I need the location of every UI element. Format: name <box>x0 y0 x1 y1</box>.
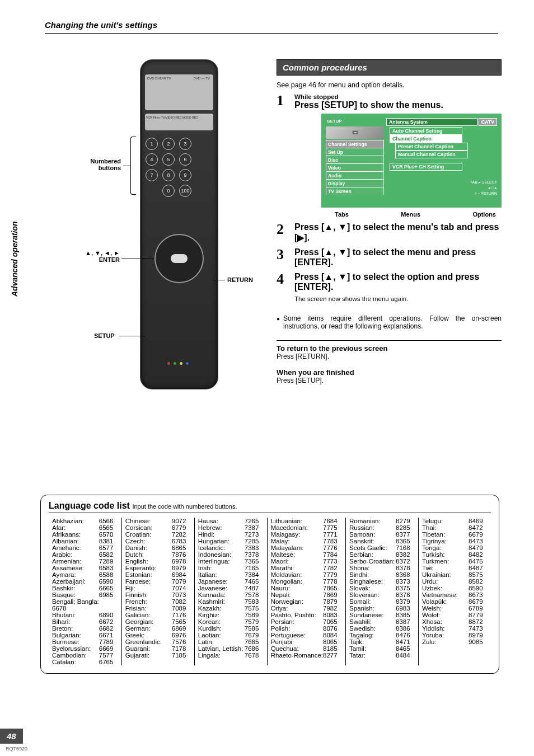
language-code: 7583 <box>245 598 264 605</box>
language-name: Estonian: <box>125 571 172 578</box>
language-code: 7778 <box>323 578 342 585</box>
language-name: Byelorussian: <box>52 645 99 652</box>
language-name: Telugu: <box>422 518 469 524</box>
language-name: Afar: <box>52 524 99 531</box>
language-name: Kurdish: <box>198 625 245 632</box>
language-code: 7074 <box>172 585 191 591</box>
language-row: Chinese:9072 <box>125 518 191 524</box>
language-row: Bhutani:6890 <box>52 612 118 618</box>
language-code: 7384 <box>245 571 264 578</box>
setup-tab: Disc <box>326 156 384 163</box>
return-body: Press [RETURN]. <box>277 353 502 360</box>
language-row: Bihari:6672 <box>52 618 118 625</box>
language-name: Interlingua: <box>198 558 245 565</box>
language-row: Georgian:7565 <box>125 618 191 625</box>
language-code: 8673 <box>469 591 488 598</box>
side-tab: Advanced operation <box>10 221 19 297</box>
language-code: 7775 <box>323 524 342 531</box>
procedures-column: Common procedures See page 46 for menu a… <box>277 59 502 394</box>
language-code: 6570 <box>99 531 118 538</box>
language-row: Moldavian:7779 <box>271 571 342 578</box>
language-code: 6582 <box>99 551 118 558</box>
language-code: 6984 <box>172 571 191 578</box>
language-code: 8379 <box>396 598 415 605</box>
language-name: Irish: <box>198 565 245 571</box>
setup-icon: 📼 <box>326 126 384 139</box>
model-code: RQT6920 <box>6 746 27 752</box>
language-row: Quechua:8185 <box>271 645 342 652</box>
language-name: Shona: <box>349 565 396 571</box>
step-2-title: Press [▲, ▼] to select the menu's tab an… <box>294 222 502 243</box>
language-code: 7865 <box>323 585 342 591</box>
language-subtitle: Input the code with numbered buttons. <box>132 503 237 510</box>
remote-body: DVD DVD-R TV DVD — TV VCR Plus+ TV/VIDEO… <box>140 59 218 389</box>
language-code: 6679 <box>469 531 488 538</box>
language-row: Frisian:7089 <box>125 605 191 612</box>
language-code: 7176 <box>172 612 191 618</box>
language-name: Corsican: <box>125 524 172 531</box>
bracket-numbered <box>130 137 136 195</box>
language-row: Croatian:7282 <box>125 531 191 538</box>
language-name: Volapük: <box>422 598 469 605</box>
language-row: Yiddish:7473 <box>422 625 488 632</box>
language-name: Hebrew: <box>198 524 245 531</box>
language-row: Norwegian:7879 <box>271 598 342 605</box>
language-code: 6789 <box>469 605 488 612</box>
language-row: Faroese:7079 <box>125 578 191 585</box>
language-row: Esperanto:6979 <box>125 565 191 571</box>
language-code: 6588 <box>99 571 118 578</box>
language-name: Bulgarian: <box>52 632 99 638</box>
language-row: Bashkir:6665 <box>52 585 118 591</box>
language-row: Romanian:8279 <box>349 518 415 524</box>
language-name: Wolof: <box>422 612 469 618</box>
language-name: Malayalam: <box>271 544 323 551</box>
language-column: Telugu:8469Thai:8472Tibetan:6679Tigrinya… <box>418 518 491 665</box>
language-code: 7575 <box>245 605 264 612</box>
language-name: Tibetan: <box>422 531 469 538</box>
language-row: Albanian:8381 <box>52 538 118 544</box>
language-name: Icelandic: <box>198 544 245 551</box>
remote-figure: DVD DVD-R TV DVD — TV VCR Plus+ TV/VIDEO… <box>45 59 257 394</box>
language-name: Sanskrit: <box>349 538 396 544</box>
language-row: Nepali:7869 <box>271 591 342 598</box>
language-code: 6583 <box>99 565 118 571</box>
setup-under-labels: Tabs Menus Options <box>321 208 502 218</box>
language-row: Javanese:7487 <box>198 585 264 591</box>
language-row: Corsican:6779 <box>125 524 191 531</box>
language-row: Abkhazian:6566 <box>52 518 118 524</box>
language-row: Punjabi:8065 <box>271 638 342 645</box>
language-row: Polish:8076 <box>271 625 342 632</box>
language-code: 7465 <box>245 578 264 585</box>
language-row: 6678 <box>52 605 118 612</box>
language-code: 8076 <box>323 625 342 632</box>
language-code: 6985 <box>99 591 118 598</box>
language-row: Assamese:6583 <box>52 565 118 571</box>
language-row: Kannada:7578 <box>198 591 264 598</box>
language-code: 7784 <box>323 551 342 558</box>
note-bullet: ● Some items require different operation… <box>277 314 502 330</box>
language-row: Tonga:8479 <box>422 544 488 551</box>
language-row: Azerbaijani:6590 <box>52 578 118 585</box>
language-row: Russian:8285 <box>349 524 415 531</box>
language-row: Maltese:7784 <box>271 551 342 558</box>
language-name: Lingala: <box>198 652 245 659</box>
language-row: Greenlandic:7576 <box>125 638 191 645</box>
language-column: Romanian:8279Russian:8285Samoan:8377Sans… <box>345 518 418 665</box>
num-button: 4 <box>146 153 158 166</box>
language-name: Afrikaans: <box>52 531 99 538</box>
label-numbered-buttons: Numbered buttons <box>86 158 121 171</box>
label-tabs: Tabs <box>335 211 349 218</box>
dpad-circle <box>154 234 204 283</box>
language-row: Guarani:7178 <box>125 645 191 652</box>
num-button: 7 <box>146 169 158 181</box>
language-row: Hausa:7265 <box>198 518 264 524</box>
num-button: 0 <box>162 185 175 197</box>
language-row: Malagasy:7771 <box>271 531 342 538</box>
language-row: Mongolian:7778 <box>271 578 342 585</box>
setup-menu-item: Channel Caption <box>390 135 462 143</box>
language-row: Samoan:8377 <box>349 531 415 538</box>
setup-menu-item: Auto Channel Setting <box>390 127 462 135</box>
language-code: 7487 <box>245 585 264 591</box>
language-name: Basque: <box>52 591 99 598</box>
language-row: Ameharic:6577 <box>52 544 118 551</box>
